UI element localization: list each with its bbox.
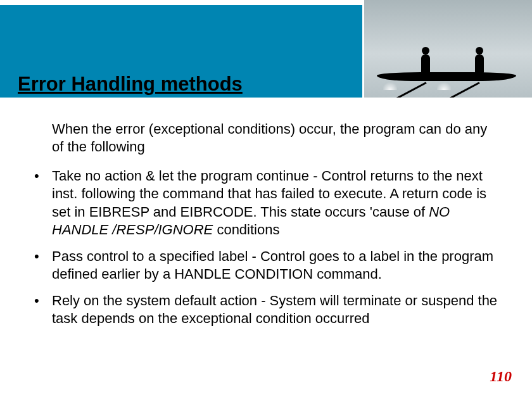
list-item: Rely on the system default action - Syst… [32,292,500,327]
boat-silhouette [377,72,516,81]
page-number: 110 [490,368,512,385]
slide: Error Handling methods When the error (e… [0,0,532,399]
bullet-text: Take no action & let the program continu… [52,168,486,219]
bullet-list: Take no action & let the program continu… [32,167,500,327]
rower-silhouette [469,41,490,73]
list-item: Pass control to a specified label - Cont… [32,248,500,283]
list-item: Take no action & let the program continu… [32,167,500,239]
bullet-text: Pass control to a specified label - Cont… [52,248,493,282]
bullet-text: conditions [217,222,279,238]
water-splash [437,81,451,90]
bullet-text: Rely on the system default action - Syst… [52,293,497,326]
intro-paragraph: When the error (exceptional conditions) … [52,120,500,156]
slide-content: When the error (exceptional conditions) … [32,120,500,337]
rower-silhouette [415,41,436,73]
oar-silhouette [392,82,426,98]
slide-title: Error Handling methods [18,73,243,96]
header-image-rowers [362,0,532,98]
water-splash [383,81,397,90]
